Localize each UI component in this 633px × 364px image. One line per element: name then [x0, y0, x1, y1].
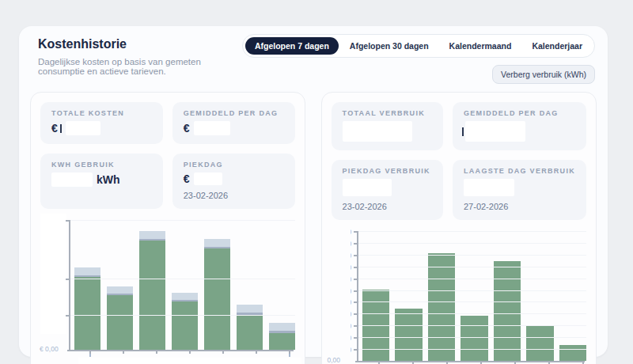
- bar-segment-verbruik: [395, 309, 423, 361]
- bar-22-02[interactable]: [107, 286, 133, 350]
- bars-container: [70, 220, 295, 350]
- bar-24-02[interactable]: [172, 293, 198, 350]
- bar-26-02[interactable]: [237, 305, 263, 350]
- tab-afgelopen-30-dagen[interactable]: Afgelopen 30 dagen: [340, 37, 438, 55]
- stat-label: PIEKDAG: [184, 161, 284, 169]
- redacted-value: [464, 179, 514, 196]
- stat-value: [343, 179, 432, 196]
- redacted-value: [465, 121, 525, 142]
- bar-27-02[interactable]: [559, 345, 587, 361]
- stat-value: €: [184, 121, 284, 135]
- stat-label: LAAGSTE DAG VERBRUIK: [464, 167, 575, 175]
- redacted-x-label-remnant: [289, 354, 290, 357]
- stat-piekdag-verbruik: PIEKDAG VERBRUIK 23-02-2026: [332, 160, 443, 220]
- tab-afgelopen-7-dagen[interactable]: Afgelopen 7 dagen: [245, 37, 339, 55]
- y-axis-tick: [354, 349, 357, 351]
- stat-value: €: [51, 121, 152, 135]
- kosten-panel: TOTALE KOSTEN € GEMIDDELD PER DAG € KWH …: [30, 92, 305, 364]
- bar-segment-vaste-kosten: [139, 231, 165, 239]
- value-remnant: [60, 124, 62, 133]
- y-axis-tick: [354, 255, 357, 256]
- verbruik-panel: TOTAAL VERBRUIK GEMIDDELD PER DAG PIEKDA…: [321, 92, 597, 364]
- gridline: [358, 267, 586, 267]
- gridline: [70, 220, 295, 221]
- y-axis-tick: [66, 279, 69, 280]
- redacted-y-tick-label: 0: [351, 298, 354, 306]
- bar-segment-vaste-kosten: [172, 293, 198, 300]
- card-header: Kostenhistorie Dagelijkse kosten op basi…: [19, 26, 608, 84]
- gridline: [358, 243, 586, 244]
- bar-segment-kosten: [74, 277, 100, 350]
- x-axis-tick: [222, 351, 224, 354]
- x-axis-tick: [189, 351, 191, 354]
- stat-label: GEMIDDELD PER DAG: [184, 109, 284, 117]
- bars-container: [358, 231, 586, 361]
- y-axis-tick: [66, 220, 69, 222]
- bar-segment-vaste-kosten: [74, 267, 100, 275]
- bar-26-02[interactable]: [526, 326, 554, 361]
- stat-label: GEMIDDELD PER DAG: [464, 109, 575, 117]
- bar-25-02[interactable]: [204, 239, 230, 350]
- bar-segment-vaste-kosten: [269, 323, 295, 331]
- y-axis-tick: [354, 301, 357, 303]
- redacted-y-tick-label: 0: [351, 322, 354, 330]
- gridline: [358, 325, 586, 326]
- bar-segment-verbruik: [494, 261, 521, 361]
- bar-25-02[interactable]: [494, 261, 521, 361]
- bar-segment-vaste-kosten: [204, 239, 230, 247]
- gridline: [358, 255, 586, 256]
- y-axis-tick: [354, 243, 357, 245]
- bar-segment-kosten: [107, 295, 133, 350]
- stat-piekdag: PIEKDAG € 23-02-2026: [172, 154, 295, 209]
- redacted-x-label-remnant: [89, 354, 91, 357]
- bar-segment-verbruik: [559, 345, 587, 361]
- bar-23-02[interactable]: [428, 253, 456, 361]
- stat-date: 27-02-2026: [464, 202, 575, 211]
- stat-value: kWh: [51, 173, 152, 187]
- tab-kalendermaand[interactable]: Kalendermaand: [440, 37, 521, 55]
- bar-27-02[interactable]: [269, 323, 295, 350]
- header-text: Kostenhistorie Dagelijkse kosten op basi…: [38, 37, 242, 76]
- redacted-value: [194, 121, 230, 135]
- stat-totale-kosten: TOTALE KOSTEN €: [40, 102, 163, 144]
- redacted-y-tick-label: 0: [351, 310, 354, 318]
- y-axis-tick: [354, 337, 357, 339]
- bar-segment-verbruik: [428, 253, 456, 361]
- stat-kwh-gebruik: KWH GEBRUIK kWh: [40, 154, 163, 209]
- stat-laagste-dag-verbruik: LAAGSTE DAG VERBRUIK 27-02-2026: [453, 160, 586, 220]
- verberg-verbruik-button[interactable]: Verberg verbruik (kWh): [492, 65, 595, 84]
- page-title: Kostenhistorie: [38, 37, 242, 51]
- bar-21-02[interactable]: [74, 267, 100, 350]
- date-range-segmented-control: Afgelopen 7 dagen Afgelopen 30 dagen Kal…: [242, 34, 595, 58]
- stat-value: [343, 121, 432, 142]
- redacted-value: [51, 173, 93, 187]
- y-axis-tick: [66, 315, 69, 317]
- bar-segment-kosten: [237, 315, 263, 350]
- x-axis-tick: [156, 351, 157, 354]
- x-axis-tick: [256, 351, 257, 354]
- bar-22-02[interactable]: [395, 309, 423, 361]
- redacted-x-axis-labels: [78, 358, 301, 364]
- bar-segment-kosten: [139, 241, 165, 350]
- y-axis-tick: [354, 290, 357, 292]
- gridline: [358, 231, 586, 232]
- kosten-chart-plot: € 0,00: [69, 220, 295, 350]
- x-axis-line: [67, 350, 294, 351]
- stat-value: [464, 121, 575, 142]
- y-axis-tick: [354, 267, 357, 268]
- value-remnant: [462, 127, 464, 136]
- stat-label: PIEKDAG VERBRUIK: [343, 167, 432, 175]
- bar-segment-verbruik: [461, 316, 488, 361]
- bar-23-02[interactable]: [139, 231, 165, 350]
- gridline: [70, 279, 295, 279]
- x-axis-tick: [123, 351, 124, 354]
- y-axis-tick: [354, 313, 357, 315]
- stat-date: 23-02-2026: [343, 202, 432, 211]
- gridline: [358, 279, 586, 279]
- tab-kalenderjaar[interactable]: Kalenderjaar: [522, 37, 592, 55]
- kosten-stat-grid: TOTALE KOSTEN € GEMIDDELD PER DAG € KWH …: [40, 102, 295, 209]
- bar-segment-kosten: [269, 333, 295, 350]
- page-subtitle: Dagelijkse kosten op basis van gemeten c…: [38, 57, 242, 76]
- gridline: [358, 290, 586, 291]
- bar-24-02[interactable]: [461, 316, 488, 361]
